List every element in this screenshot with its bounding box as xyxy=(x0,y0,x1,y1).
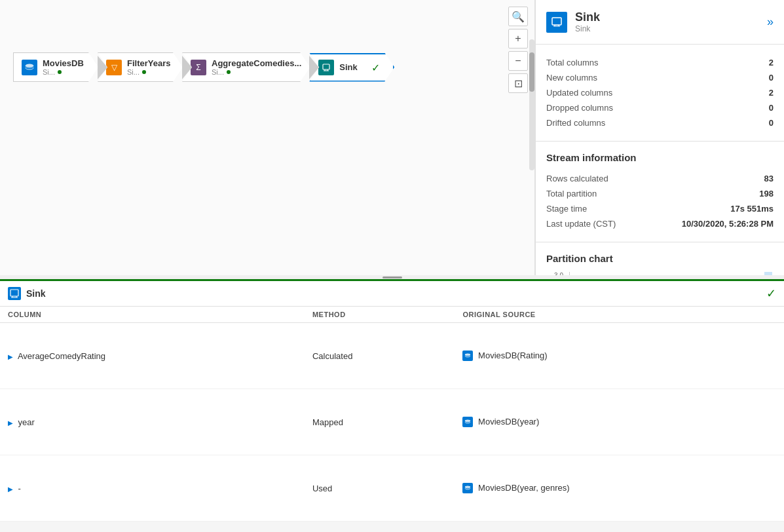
drifted-columns-label: Drifted columns xyxy=(546,118,605,128)
node-filteryears-name: FilterYears xyxy=(127,58,171,68)
table-cell-source: MoviesDB(Rating) xyxy=(455,323,784,389)
chart-title: Partition chart xyxy=(546,253,774,264)
stat-row-new-columns: New columns 0 xyxy=(546,70,774,85)
table-cell-column: ▶ - xyxy=(0,455,305,522)
flow-nodes: MoviesDB Si... ▽ xyxy=(13,52,394,82)
dropped-columns-value: 0 xyxy=(769,103,774,113)
source-icon-0 xyxy=(462,351,473,361)
svg-rect-1 xyxy=(323,64,329,69)
table-row[interactable]: ▶ - Used MoviesDB(year, genres) xyxy=(0,455,784,522)
svg-rect-3 xyxy=(10,290,18,296)
dropped-columns-label: Dropped columns xyxy=(546,103,613,113)
svg-point-4 xyxy=(465,354,470,356)
flow-canvas: 🔍 + − ⊡ MoviesDB xyxy=(0,0,535,275)
stats-section: Total columns 2 New columns 0 Updated co… xyxy=(536,45,784,142)
search-button[interactable]: 🔍 xyxy=(508,7,528,26)
table-row[interactable]: ▶ year Mapped MoviesDB(year) xyxy=(0,389,784,455)
table-cell-method: Mapped xyxy=(305,389,455,455)
table-header: COLUMN METHOD ORIGINAL SOURCE xyxy=(0,307,784,323)
node-aggregate[interactable]: Σ AggregateComedies... Si... xyxy=(192,52,319,82)
bottom-panel-icon xyxy=(8,287,21,300)
stream-row-stage-time: Stage time 17s 551ms xyxy=(546,201,774,216)
bottom-panel-checkmark: ✓ xyxy=(766,286,776,301)
total-columns-label: Total columns xyxy=(546,58,598,67)
node-sink-name: Sink xyxy=(339,62,357,72)
stage-time-value: 17s 551ms xyxy=(730,204,774,214)
last-update-label: Last update (CST) xyxy=(546,219,616,229)
new-columns-value: 0 xyxy=(769,73,774,83)
total-columns-value: 2 xyxy=(769,58,774,67)
stage-time-label: Stage time xyxy=(546,204,587,214)
node-moviesdb-icon xyxy=(22,60,37,75)
new-columns-label: New columns xyxy=(546,73,597,83)
node-filteryears-sub: Si... xyxy=(127,68,171,76)
node-moviesdb-sub: Si... xyxy=(43,68,84,76)
right-panel: Sink Sink » Total columns 2 New columns … xyxy=(535,0,784,275)
node-filteryears[interactable]: ▽ FilterYears Si... xyxy=(107,52,192,82)
canvas-toolbar: 🔍 + − ⊡ xyxy=(508,7,528,93)
col-header-source: ORIGINAL SOURCE xyxy=(455,307,784,323)
updated-columns-value: 2 xyxy=(769,88,774,98)
updated-columns-label: Updated columns xyxy=(546,88,612,98)
node-aggregate-icon: Σ xyxy=(191,60,206,75)
chart-bars xyxy=(570,272,774,275)
canvas-scrollbar[interactable] xyxy=(529,39,534,170)
table-cell-column: ▶ AverageComedyRating xyxy=(0,323,305,389)
node-moviesdb-status-dot xyxy=(58,70,62,74)
chart-section: Partition chart Row count 3.0 2.5 2.0 1.… xyxy=(536,242,784,275)
divider-handle xyxy=(383,276,402,278)
table-cell-source: MoviesDB(year, genres) xyxy=(455,455,784,522)
table-cell-method: Used xyxy=(305,455,455,522)
col-header-method: METHOD xyxy=(305,307,455,323)
node-filteryears-status-dot xyxy=(142,70,146,74)
node-moviesdb-name: MoviesDB xyxy=(43,58,84,68)
panel-titles: Sink Sink xyxy=(575,10,600,33)
stat-row-total-columns: Total columns 2 xyxy=(546,55,774,70)
svg-rect-2 xyxy=(552,18,561,25)
table-header-row: COLUMN METHOD ORIGINAL SOURCE xyxy=(0,307,784,323)
node-moviesdb[interactable]: MoviesDB Si... xyxy=(13,52,107,82)
rows-calculated-value: 83 xyxy=(764,174,774,183)
data-table: COLUMN METHOD ORIGINAL SOURCE ▶ AverageC… xyxy=(0,307,784,522)
table-cell-column: ▶ year xyxy=(0,389,305,455)
zoom-in-button[interactable]: + xyxy=(508,29,528,48)
stream-row-total-partition: Total partition 198 xyxy=(546,186,774,201)
total-partition-value: 198 xyxy=(759,189,774,199)
chart-plot-area xyxy=(569,272,774,275)
svg-point-6 xyxy=(465,486,470,488)
table-cell-source: MoviesDB(year) xyxy=(455,389,784,455)
connector-arrow-2 xyxy=(182,56,192,79)
col-header-column: COLUMN xyxy=(0,307,305,323)
panel-subtitle: Sink xyxy=(575,24,600,33)
node-sink-info: Sink xyxy=(339,62,357,72)
total-partition-label: Total partition xyxy=(546,189,597,199)
row-expand-2[interactable]: ▶ xyxy=(8,485,13,493)
connector-arrow-1 xyxy=(98,56,107,79)
node-filteryears-icon: ▽ xyxy=(106,60,122,75)
stream-section: Stream information Rows calculated 83 To… xyxy=(536,142,784,242)
bottom-panel-header: Sink ✓ xyxy=(0,281,784,307)
node-sink[interactable]: Sink ✓ xyxy=(319,53,394,82)
panel-title: Sink xyxy=(575,10,600,24)
chart-y-axis: 3.0 2.5 2.0 1.5 1.0 0.5 0 xyxy=(546,272,566,275)
partition-chart: Row count 3.0 2.5 2.0 1.5 1.0 0.5 0 xyxy=(546,272,774,275)
svg-point-5 xyxy=(465,420,470,422)
node-aggregate-info: AggregateComedies... Si... xyxy=(212,58,301,76)
node-sink-icon xyxy=(318,60,334,75)
row-expand-0[interactable]: ▶ xyxy=(8,353,13,360)
node-aggregate-status-dot xyxy=(227,70,231,74)
fit-button[interactable]: ⊡ xyxy=(508,73,528,93)
row-expand-1[interactable]: ▶ xyxy=(8,419,13,427)
stream-row-last-update: Last update (CST) 10/30/2020, 5:26:28 PM xyxy=(546,216,774,231)
last-update-value: 10/30/2020, 5:26:28 PM xyxy=(682,219,774,229)
zoom-out-button[interactable]: − xyxy=(508,51,528,71)
panel-expand-button[interactable]: » xyxy=(767,15,774,29)
svg-point-0 xyxy=(26,64,33,67)
node-aggregate-sub: Si... xyxy=(212,68,301,76)
node-sink-checkmark: ✓ xyxy=(371,61,380,73)
table-cell-method: Calculated xyxy=(305,323,455,389)
node-aggregate-name: AggregateComedies... xyxy=(212,58,301,68)
panel-header: Sink Sink » xyxy=(536,0,784,45)
drifted-columns-value: 0 xyxy=(769,118,774,128)
table-row[interactable]: ▶ AverageComedyRating Calculated MoviesD… xyxy=(0,323,784,389)
